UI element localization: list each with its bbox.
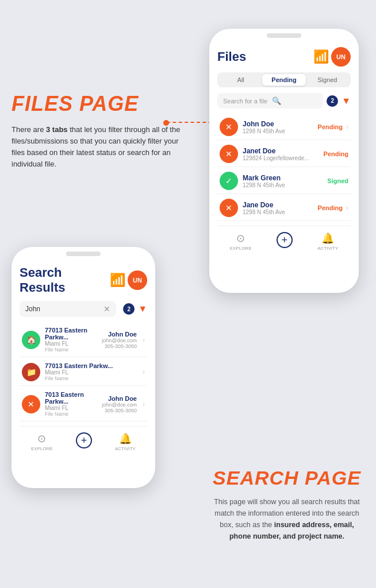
- tabs-bar[interactable]: All Pending Signed: [217, 72, 351, 87]
- search-page-section: SEARCH PAGE This page will show you all …: [209, 467, 365, 542]
- nav-add[interactable]: +: [277, 232, 293, 251]
- result-addr-2: 77013 Eastern Parkw...: [45, 362, 132, 369]
- nav-activity[interactable]: 🔔 ACTIVITY: [317, 232, 338, 251]
- search-result-list: 🏠 77013 Eastern Parkw... Miami FL File N…: [20, 323, 147, 421]
- files-phone-title: Files: [217, 49, 246, 64]
- result-tag-3: File Name: [45, 411, 97, 417]
- file-name-3: Mark Green: [243, 174, 323, 182]
- activity-icon-search: 🔔: [119, 432, 132, 445]
- table-row: ✕ Jane Doe 1298 N 45th Ave Pending ›: [217, 195, 351, 221]
- files-page-section: FILES PAGE There are 3 tabs that let you…: [11, 92, 184, 171]
- nav-explore-search[interactable]: ⊙ EXPLORE: [31, 432, 53, 451]
- nav-explore-label: EXPLORE: [230, 246, 252, 251]
- search-phone-header: Search Results 📶 UN: [20, 265, 147, 295]
- table-row: ✕ John Doe 1298 N 45th Ave Pending ›: [217, 114, 351, 140]
- file-name-1: John Doe: [243, 120, 313, 128]
- chevron-right-icon: ›: [143, 336, 145, 344]
- avatar-search: UN: [128, 270, 147, 290]
- activity-icon: 🔔: [321, 232, 334, 245]
- result-name-3: John Doe: [102, 395, 137, 402]
- result-city-3: Miami FL: [45, 405, 97, 411]
- phone-notch-search: [11, 247, 155, 258]
- file-addr-1: 1298 N 45th Ave: [243, 128, 313, 134]
- search-row: Search for a file 🔍 2 ▼: [217, 93, 351, 109]
- chevron-right-icon: ›: [346, 204, 348, 212]
- result-addr-3: 7013 Eastern Parkw...: [45, 391, 97, 405]
- nav-explore-label-search: EXPLORE: [31, 446, 53, 451]
- search-input-row: John ✕ 2 ▼: [20, 301, 147, 317]
- list-item: 📁 77013 Eastern Parkw... Miami FL File N…: [20, 358, 147, 386]
- result-name-1: John Doe: [102, 331, 137, 338]
- wifi-icon-search: 📶: [110, 273, 125, 288]
- wifi-icon: 📶: [313, 49, 329, 64]
- chevron-right-icon: ›: [143, 368, 145, 376]
- tab-all[interactable]: All: [219, 74, 262, 86]
- filter-icon[interactable]: ▼: [342, 96, 351, 106]
- result-tag-1: File Name: [45, 347, 97, 353]
- dot-start: [163, 120, 169, 126]
- explore-icon: ⊙: [236, 232, 245, 245]
- result-addr-1: 77013 Eastern Parkw...: [45, 327, 97, 341]
- list-item: 🏠 77013 Eastern Parkw... Miami FL File N…: [20, 323, 147, 357]
- filter-badge-search: 2: [123, 303, 135, 315]
- file-name-4: Jane Doe: [243, 201, 313, 209]
- file-status-4: Pending: [318, 204, 343, 211]
- result-email-1: john@doe.com: [102, 338, 137, 343]
- nav-activity-label-search: ACTIVITY: [115, 446, 136, 451]
- search-page-description: This page will show you all search resul…: [209, 496, 365, 542]
- file-avatar-1: ✕: [220, 118, 238, 136]
- explore-icon-search: ⊙: [37, 432, 46, 445]
- file-avatar-3: ✓: [220, 172, 238, 190]
- file-avatar-4: ✕: [220, 199, 238, 217]
- bottom-nav-search: ⊙ EXPLORE + 🔔 ACTIVITY: [20, 426, 147, 456]
- file-addr-2: 129824 Logerfellowrede...: [243, 155, 319, 161]
- result-phone-1: 305-305-3050: [102, 343, 137, 349]
- phone-notch: [209, 29, 359, 40]
- search-phone-title: Search Results: [20, 265, 110, 295]
- search-box[interactable]: Search for a file 🔍: [217, 93, 323, 109]
- tab-signed[interactable]: Signed: [306, 74, 349, 86]
- file-status-1: Pending: [318, 123, 343, 130]
- filter-badge: 2: [327, 95, 338, 107]
- chevron-right-icon: ›: [143, 400, 145, 408]
- add-icon: +: [277, 232, 293, 248]
- search-placeholder: Search for a file: [223, 98, 268, 105]
- file-name-2: Janet Doe: [243, 147, 319, 155]
- files-phone-mockup: Files 📶 UN All Pending Signed Search for…: [209, 29, 359, 293]
- result-email-3: john@doe.com: [102, 402, 137, 408]
- search-input-container[interactable]: John ✕: [20, 301, 116, 317]
- files-page-title: FILES PAGE: [11, 92, 184, 116]
- file-status-3: Signed: [327, 177, 348, 184]
- search-phone-mockup: Search Results 📶 UN John ✕ 2 ▼ 🏠 77013 E…: [11, 247, 155, 488]
- file-addr-3: 1298 N 45th Ave: [243, 182, 323, 188]
- add-icon-search: +: [76, 432, 92, 448]
- result-city-2: Miami FL: [45, 369, 132, 376]
- search-icon: 🔍: [272, 96, 317, 105]
- nav-activity-search[interactable]: 🔔 ACTIVITY: [115, 432, 136, 451]
- result-avatar-3: ✕: [22, 395, 40, 413]
- files-page-description: There are 3 tabs that let you filter thr…: [11, 124, 184, 171]
- table-row: ✓ Mark Green 1298 N 45th Ave Signed: [217, 168, 351, 194]
- file-list: ✕ John Doe 1298 N 45th Ave Pending › ✕ J…: [217, 114, 351, 221]
- nav-activity-label: ACTIVITY: [317, 246, 338, 251]
- nav-explore[interactable]: ⊙ EXPLORE: [230, 232, 252, 251]
- result-avatar-1: 🏠: [22, 331, 40, 349]
- file-avatar-2: ✕: [220, 145, 238, 163]
- table-row: ✕ Janet Doe 129824 Logerfellowrede... Pe…: [217, 141, 351, 167]
- list-item: ✕ 7013 Eastern Parkw... Miami FL File Na…: [20, 387, 147, 421]
- files-phone-header: Files 📶 UN: [217, 47, 351, 67]
- nav-add-search[interactable]: +: [76, 432, 92, 451]
- file-status-2: Pending: [324, 150, 348, 157]
- search-page-title: SEARCH PAGE: [209, 467, 365, 489]
- avatar: UN: [331, 47, 351, 67]
- result-phone-3: 305-305-3050: [102, 408, 137, 413]
- result-city-1: Miami FL: [45, 341, 97, 347]
- clear-icon[interactable]: ✕: [103, 304, 110, 314]
- chevron-right-icon: ›: [346, 123, 348, 131]
- filter-icon-search[interactable]: ▼: [138, 304, 147, 314]
- result-tag-2: File Name: [45, 376, 132, 381]
- search-input-value[interactable]: John: [25, 305, 100, 313]
- tab-pending[interactable]: Pending: [262, 74, 305, 86]
- bottom-nav: ⊙ EXPLORE + 🔔 ACTIVITY: [217, 226, 351, 256]
- result-avatar-2: 📁: [22, 363, 40, 381]
